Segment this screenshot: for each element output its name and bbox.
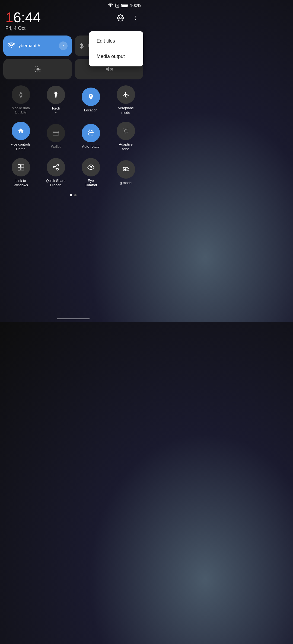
device-controls-label2: Home [16, 147, 26, 152]
wifi-status-icon [108, 4, 113, 8]
svg-rect-18 [53, 131, 59, 135]
brightness-auto-icon: A [34, 65, 42, 73]
status-bar: ✕ 100% [0, 0, 146, 8]
gmode-tile[interactable]: g mode [109, 155, 142, 190]
clock-rest: 6:44 [13, 9, 41, 25]
clock-time: 16:44 [5, 10, 41, 24]
bluetooth-tile-icon [79, 42, 85, 49]
auto-brightness-tile[interactable]: A [3, 59, 72, 79]
quick-share-tile[interactable]: Quick Share Hidden [39, 155, 72, 190]
battery-percentage: 100% [130, 3, 141, 8]
clock-area: 16:44 Fri, 4 Oct [0, 8, 146, 31]
edit-tiles-item[interactable]: Edit tiles [89, 33, 143, 49]
page-dot-1[interactable] [70, 194, 72, 196]
quick-share-circle [47, 158, 65, 176]
device-controls-tile[interactable]: vice controls Home [4, 118, 37, 154]
svg-point-26 [57, 164, 59, 166]
svg-point-8 [135, 16, 136, 17]
torch-tile[interactable]: Torch ▾ [39, 82, 72, 117]
torch-label: Torch [52, 106, 60, 111]
wifi-tile-icon [8, 43, 15, 49]
wifi-tile-arrow[interactable] [59, 41, 68, 50]
link-windows-label1: Link to [15, 179, 26, 183]
auto-rotate-tile[interactable]: Auto-rotate [74, 118, 107, 154]
eye-comfort-label2: Comfort [84, 183, 97, 188]
svg-point-31 [90, 166, 92, 168]
mobile-data-icon [17, 91, 24, 98]
svg-rect-25 [21, 168, 24, 170]
location-icon [87, 93, 94, 100]
eye-comfort-tile[interactable]: Eye Comfort [74, 155, 107, 190]
svg-text:✕: ✕ [116, 5, 118, 7]
tiles-grid-row2: vice controls Home Wallet Auto-rotate [3, 118, 143, 154]
wifi-tile[interactable]: ybernaut 5 [3, 36, 72, 56]
svg-rect-23 [21, 165, 24, 167]
gmode-label: g mode [120, 181, 132, 185]
clock-container: 16:44 Fri, 4 Oct [5, 10, 41, 31]
battery-status-icon [121, 4, 128, 8]
location-label: Location [84, 108, 97, 113]
auto-rotate-circle [82, 124, 100, 142]
torch-icon [52, 91, 59, 98]
svg-point-9 [135, 18, 136, 18]
auto-rotate-icon [87, 130, 94, 137]
mobile-data-circle [12, 85, 30, 104]
chevron-right-icon [61, 44, 65, 48]
svg-point-10 [135, 19, 136, 20]
sound-off-icon [105, 65, 113, 73]
svg-rect-24 [18, 168, 21, 170]
page-dot-2[interactable] [74, 194, 77, 196]
device-controls-label1: vice controls [11, 142, 30, 147]
aeroplane-tile[interactable]: Aeroplane mode [109, 82, 142, 117]
wallet-circle [47, 124, 65, 142]
auto-rotate-label: Auto-rotate [82, 144, 99, 149]
header-buttons [115, 10, 141, 23]
svg-point-11 [11, 47, 12, 49]
svg-marker-14 [106, 67, 109, 71]
wallet-label: Wallet [51, 144, 61, 149]
aeroplane-circle [117, 85, 135, 104]
clock-date: Fri, 4 Oct [5, 25, 41, 31]
mobile-data-label-line2: No SIM [15, 111, 27, 115]
more-options-button[interactable] [130, 12, 141, 23]
svg-rect-5 [122, 5, 127, 7]
adaptive-tone-tile[interactable]: Adaptive tone [109, 118, 142, 154]
home-indicator [57, 318, 90, 319]
eye-comfort-circle [82, 158, 100, 176]
svg-point-28 [57, 168, 59, 170]
wallet-tile[interactable]: Wallet [39, 118, 72, 154]
gmode-circle [117, 160, 135, 179]
device-controls-circle [12, 122, 30, 140]
eye-comfort-icon [87, 164, 94, 171]
wifi-tile-label: ybernaut 5 [18, 43, 40, 49]
dropdown-menu: Edit tiles Media output [89, 31, 143, 66]
svg-line-30 [55, 166, 57, 167]
location-circle [82, 88, 100, 106]
adaptive-tone-circle [117, 122, 135, 140]
media-output-item[interactable]: Media output [89, 49, 143, 64]
location-tile[interactable]: Location [74, 82, 107, 117]
wallet-icon [52, 130, 59, 137]
svg-rect-22 [18, 165, 21, 167]
svg-rect-6 [128, 5, 128, 6]
svg-point-0 [110, 6, 111, 7]
mobile-data-tile[interactable]: Mobile data No SIM [4, 82, 37, 117]
no-sim-status-icon: ✕ [115, 3, 120, 8]
eye-comfort-label1: Eye [88, 179, 94, 183]
quick-share-label1: Quick Share [46, 179, 66, 183]
settings-button[interactable] [115, 12, 126, 23]
page-dots [3, 194, 143, 196]
svg-text:A: A [38, 68, 40, 71]
quick-share-label2: Hidden [50, 183, 61, 188]
torch-sub: ▾ [55, 111, 57, 115]
gear-icon [117, 14, 124, 21]
link-windows-tile[interactable]: Link to Windows [4, 155, 37, 190]
link-windows-icon [17, 164, 24, 171]
aeroplane-label-line2: mode [121, 111, 130, 115]
aeroplane-icon [122, 91, 129, 98]
tiles-grid-row1: Mobile data No SIM Torch ▾ [3, 82, 143, 117]
link-windows-label2: Windows [14, 183, 28, 188]
more-vertical-icon [133, 15, 139, 21]
tiles-grid-row3: Link to Windows Quick Share Hidden [3, 155, 143, 190]
mobile-data-label-line1: Mobile data [12, 106, 30, 111]
